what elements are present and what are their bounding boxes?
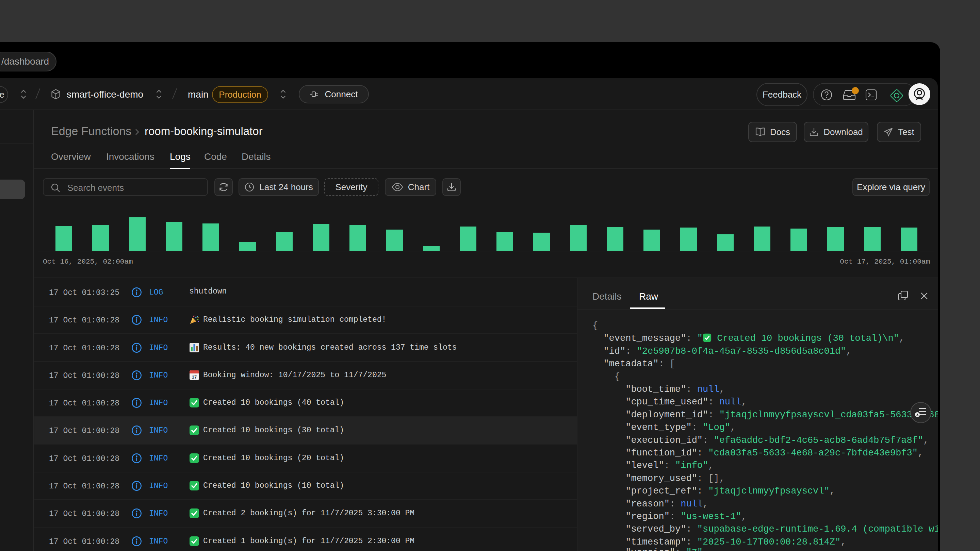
svg-text:17: 17: [192, 375, 197, 380]
